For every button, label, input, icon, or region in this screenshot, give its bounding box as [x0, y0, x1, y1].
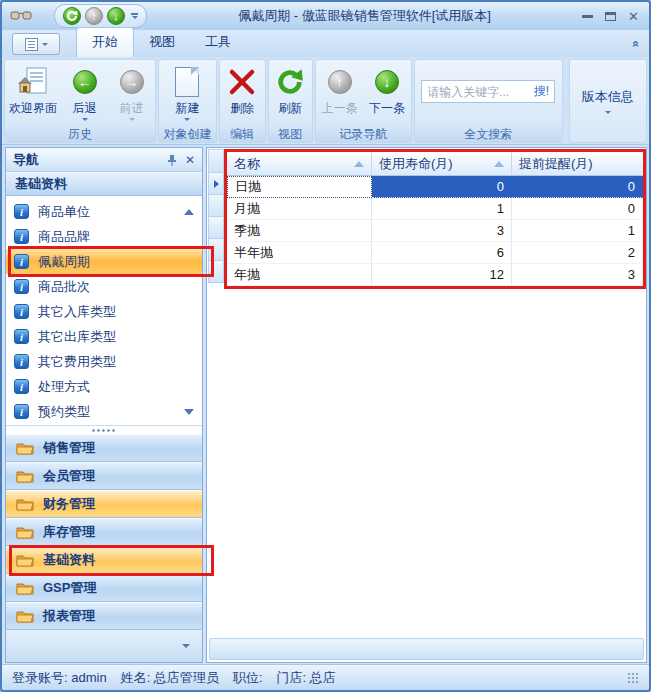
column-header-lifespan[interactable]: 使用寿命(月)	[372, 152, 512, 175]
sidebar-item-other-inbound-type[interactable]: i 其它入库类型	[6, 299, 202, 324]
sidebar-item-other-expense-type[interactable]: i 其它费用类型	[6, 349, 202, 374]
chevron-down-icon[interactable]	[182, 644, 190, 648]
cell-name[interactable]: 季抛	[227, 220, 372, 242]
tab-view[interactable]: 视图	[134, 28, 190, 57]
search-button[interactable]: 搜!	[534, 83, 549, 100]
welcome-button[interactable]: 欢迎界面	[5, 62, 61, 124]
back-button[interactable]: ← 后退	[61, 62, 108, 124]
tab-start[interactable]: 开始	[76, 27, 134, 57]
folder-icon	[16, 525, 34, 539]
app-window: ↑ ↓ 佩戴周期 - 傲蓝眼镜销售管理软件[试用版本] ✕ 开始 视图 工具 »	[0, 0, 651, 692]
cell-lifespan[interactable]: 1	[372, 198, 512, 220]
sidebar-close-icon[interactable]: ✕	[185, 153, 195, 167]
refresh-button[interactable]: 刷新	[269, 62, 312, 124]
cell-name[interactable]: 年抛	[227, 264, 372, 286]
chevron-down-icon	[184, 118, 190, 121]
qat-refresh-icon[interactable]	[63, 7, 81, 25]
table-row[interactable]: 年抛 12 3	[227, 264, 643, 286]
indicator-header-cell	[208, 149, 224, 173]
sidebar-item-wearing-cycle[interactable]: i 佩戴周期	[6, 249, 202, 274]
cell-reminder[interactable]: 0	[512, 176, 643, 198]
cell-reminder[interactable]: 3	[512, 264, 643, 286]
ribbon-group-record-nav: ↑ 上一条 ↓ 下一条 记录导航	[315, 59, 412, 143]
info-icon: i	[14, 279, 29, 294]
sidebar-group-reports[interactable]: 报表管理	[6, 602, 202, 630]
grid-footer-bar	[209, 638, 644, 660]
folder-icon	[16, 581, 34, 595]
sidebar-item-other-outbound-type[interactable]: i 其它出库类型	[6, 324, 202, 349]
sidebar-splitter[interactable]	[6, 425, 202, 434]
cell-reminder[interactable]: 0	[512, 198, 643, 220]
cell-reminder[interactable]: 2	[512, 242, 643, 264]
group-label-edit: 编辑	[220, 127, 265, 142]
sidebar-group-members[interactable]: 会员管理	[6, 462, 202, 490]
sidebar-item-appointment-type[interactable]: i 预约类型	[6, 399, 202, 424]
cell-lifespan[interactable]: 6	[372, 242, 512, 264]
table-annotation-border: 名称 使用寿命(月) 提前提醒(月) 日抛 0	[224, 149, 646, 289]
info-icon: i	[14, 304, 29, 319]
sidebar-group-gsp[interactable]: GSP管理	[6, 574, 202, 602]
column-header-reminder[interactable]: 提前提醒(月)	[512, 152, 643, 175]
folder-icon	[16, 441, 34, 455]
next-record-button[interactable]: ↓ 下一条	[363, 62, 411, 124]
navigation-sidebar: 导航 ✕ 基础资料 i 商品单位 i 商品品牌	[5, 147, 203, 663]
info-icon: i	[14, 404, 29, 419]
cell-reminder[interactable]: 1	[512, 220, 643, 242]
pin-icon[interactable]	[167, 154, 177, 166]
column-header-name[interactable]: 名称	[227, 152, 372, 175]
search-input[interactable]	[427, 85, 530, 99]
status-bar: 登录账号: admin 姓名: 总店管理员 职位: 门店: 总店	[2, 664, 649, 690]
sort-asc-icon	[494, 161, 504, 167]
previous-icon: ↑	[328, 70, 352, 94]
sidebar-group-inventory[interactable]: 库存管理	[6, 518, 202, 546]
sidebar-item-handling-method[interactable]: i 处理方式	[6, 374, 202, 399]
cell-name[interactable]: 日抛	[227, 176, 372, 198]
delete-button[interactable]: 删除	[220, 62, 265, 124]
table-row[interactable]: 季抛 3 1	[227, 220, 643, 242]
group-label-create: 对象创建	[159, 127, 216, 142]
table-header: 名称 使用寿命(月) 提前提醒(月)	[227, 152, 643, 176]
scroll-up-icon[interactable]	[184, 209, 194, 215]
group-label-record-nav: 记录导航	[316, 127, 411, 142]
minimize-button[interactable]	[582, 15, 593, 18]
cell-lifespan[interactable]: 0	[372, 176, 512, 198]
indicator-cell	[208, 173, 224, 195]
new-document-icon	[175, 67, 199, 97]
cell-name[interactable]: 月抛	[227, 198, 372, 220]
qat-customize-dropdown[interactable]	[131, 13, 138, 19]
sidebar-group-basic-data[interactable]: 基础资料	[6, 546, 202, 574]
version-info-button[interactable]: 版本信息	[569, 59, 647, 143]
table-row[interactable]: 半年抛 6 2	[227, 242, 643, 264]
ribbon-collapse-icon[interactable]: »	[629, 41, 643, 48]
sidebar-item-product-brand[interactable]: i 商品品牌	[6, 224, 202, 249]
ribbon: 欢迎界面 ← 后退 → 前进 历史 新建	[2, 57, 649, 145]
scroll-down-icon[interactable]	[184, 409, 194, 415]
resize-grip[interactable]	[627, 672, 639, 684]
sidebar-item-product-unit[interactable]: i 商品单位	[6, 199, 202, 224]
forward-icon: →	[120, 70, 144, 94]
qat-up-icon[interactable]: ↑	[85, 7, 103, 25]
info-icon: i	[14, 379, 29, 394]
table-row[interactable]: 日抛 0 0	[227, 176, 643, 198]
app-menu-button[interactable]	[12, 33, 60, 55]
table-row[interactable]: 月抛 1 0	[227, 198, 643, 220]
qat-down-icon[interactable]: ↓	[107, 7, 125, 25]
next-icon: ↓	[375, 70, 399, 94]
new-button[interactable]: 新建	[162, 62, 212, 124]
cell-name[interactable]: 半年抛	[227, 242, 372, 264]
maximize-button[interactable]	[605, 12, 616, 21]
sidebar-group-sales[interactable]: 销售管理	[6, 434, 202, 462]
close-button[interactable]: ✕	[628, 10, 639, 23]
ribbon-group-view: 刷新 视图	[268, 59, 313, 143]
tab-tools[interactable]: 工具	[190, 28, 246, 57]
previous-record-button[interactable]: ↑ 上一条	[316, 62, 364, 124]
cell-lifespan[interactable]: 3	[372, 220, 512, 242]
sidebar-item-product-batch[interactable]: i 商品批次	[6, 274, 202, 299]
sidebar-group-finance[interactable]: 财务管理	[6, 490, 202, 518]
chevron-down-icon	[605, 111, 611, 114]
cell-lifespan[interactable]: 12	[372, 264, 512, 286]
status-user-name: 姓名: 总店管理员	[121, 669, 219, 687]
annotation-box	[9, 545, 214, 576]
forward-button[interactable]: → 前进	[108, 62, 155, 124]
folder-icon	[16, 553, 34, 567]
